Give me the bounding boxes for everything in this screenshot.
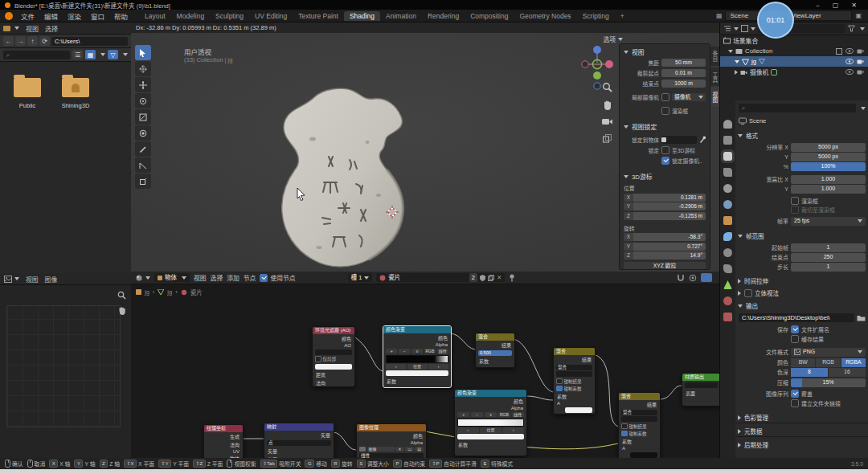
aspect-x-field[interactable]: 1.000 bbox=[791, 175, 866, 184]
overwrite-checkbox[interactable] bbox=[791, 390, 799, 398]
menu-help[interactable]: 帮助 bbox=[109, 11, 133, 21]
shading-mode-button[interactable] bbox=[701, 273, 712, 282]
shader-type-dropdown[interactable]: 物体 bbox=[154, 273, 190, 282]
shader-editor[interactable]: 物体 视图 选择 添加 节点 使用节点 槽 1 瓷片 2 ✕ jg › jg ›… bbox=[131, 272, 719, 458]
add-cube-tool-button[interactable] bbox=[135, 174, 151, 189]
hide-eye-icon[interactable] bbox=[845, 59, 854, 64]
physics-tab-icon[interactable] bbox=[723, 248, 732, 257]
node-colorramp-1[interactable]: 颜色渐变 颜色 Alpha +−∨RGB线性 ‹位置› 系数 bbox=[383, 325, 452, 388]
node-mix-1[interactable]: 混合 结果 0.500 系数 bbox=[475, 333, 515, 368]
disable-render-camera-icon[interactable] bbox=[857, 69, 864, 75]
compression-slider[interactable]: 15% bbox=[791, 378, 866, 387]
nav-refresh-button[interactable]: ⟳ bbox=[39, 36, 50, 46]
shader-editor-icon[interactable] bbox=[135, 274, 143, 282]
select-tool-button[interactable] bbox=[135, 45, 151, 60]
workspace-tab-texturepaint[interactable]: Texture Paint bbox=[293, 11, 344, 21]
file-browser-menu-select[interactable]: 选择 bbox=[45, 24, 58, 33]
minimize-button[interactable]: – bbox=[816, 2, 819, 9]
workspace-tab-compositing[interactable]: Compositing bbox=[465, 11, 514, 21]
clip-end-field[interactable]: 1000 m bbox=[661, 80, 706, 88]
shader-menu-node[interactable]: 节点 bbox=[244, 273, 256, 282]
material-tab-icon[interactable] bbox=[723, 296, 732, 305]
sidebar-tab-item[interactable]: 条目 bbox=[710, 47, 719, 66]
workspace-tab-scripting[interactable]: Scripting bbox=[577, 11, 615, 21]
resolution-x-field[interactable]: 5000 px bbox=[791, 143, 866, 152]
outliner-row-collection[interactable]: Collection bbox=[720, 46, 868, 56]
time-stretch-section-header[interactable]: 时间拉伸 bbox=[738, 276, 768, 285]
file-search-input[interactable]: ⌕ bbox=[3, 51, 70, 59]
display-mode-caret-icon[interactable] bbox=[100, 53, 105, 56]
pan-hand-icon[interactable] bbox=[117, 306, 126, 315]
file-extension-checkbox[interactable] bbox=[791, 325, 799, 333]
frame-end-field[interactable]: 250 bbox=[791, 253, 866, 262]
options-button[interactable]: 选项 bbox=[603, 35, 623, 43]
post-processing-section-header[interactable]: 后期处理 bbox=[738, 440, 768, 449]
frame-start-field[interactable]: 1 bbox=[791, 243, 866, 252]
rotate-tool-button[interactable] bbox=[135, 93, 151, 108]
breadcrumb-object[interactable]: jg bbox=[145, 288, 149, 296]
pan-hand-icon[interactable] bbox=[602, 100, 612, 110]
node-colorramp-2[interactable]: 颜色渐变 颜色 Alpha +−∨RGB线性 ‹位置› 系数 bbox=[454, 389, 527, 456]
annotate-tool-button[interactable] bbox=[135, 141, 151, 157]
overlay-toggle-icon[interactable] bbox=[689, 274, 697, 282]
fps-dropdown[interactable]: 25 fps bbox=[791, 217, 866, 226]
color-rgb-button[interactable]: RGB bbox=[816, 358, 840, 367]
render-region-checkbox[interactable] bbox=[791, 197, 799, 205]
node-ambient-occlusion[interactable]: 环境光遮蔽 (AO) 颜色 AO 仅局部 距离 法向 bbox=[312, 326, 355, 387]
menu-render[interactable]: 渲染 bbox=[63, 11, 86, 21]
rotation-order-dropdown[interactable]: XYZ 欧拉 bbox=[624, 262, 706, 270]
display-thumbnail-button[interactable]: ▦ bbox=[85, 50, 96, 59]
shader-menu-add[interactable]: 添加 bbox=[227, 273, 240, 282]
gizmo-x-axis[interactable] bbox=[605, 60, 613, 68]
metadata-section-header[interactable]: 元数据 bbox=[738, 427, 763, 435]
workspace-tab-animation[interactable]: Animation bbox=[380, 11, 422, 21]
shader-menu-view[interactable]: 视图 bbox=[194, 273, 207, 282]
folder-item-shining3d[interactable]: Shining3D bbox=[53, 78, 98, 109]
cursor-rot-y[interactable]: Y0.727° bbox=[624, 243, 706, 251]
view-section-header[interactable]: 视图 bbox=[624, 47, 706, 56]
breadcrumb-material[interactable]: 瓷片 bbox=[190, 288, 203, 296]
gizmo-y-neg[interactable] bbox=[593, 72, 601, 80]
workspace-tab-shading[interactable]: Shading bbox=[344, 11, 380, 21]
move-tool-button[interactable] bbox=[135, 77, 151, 92]
menu-edit[interactable]: 编辑 bbox=[39, 11, 63, 21]
hide-eye-icon[interactable] bbox=[845, 48, 854, 54]
zoom-icon[interactable] bbox=[117, 291, 126, 300]
workspace-tab-sculpting[interactable]: Sculpting bbox=[210, 11, 249, 21]
workspace-tab-add[interactable]: + bbox=[615, 11, 630, 21]
format-section-header[interactable]: 格式 bbox=[738, 131, 758, 140]
sidebar-tab-view[interactable]: 视图 bbox=[710, 88, 719, 107]
workspace-tab-layout[interactable]: Layout bbox=[139, 11, 171, 21]
outliner-editor-icon[interactable] bbox=[723, 25, 731, 32]
viewport-3d[interactable]: Dx: -32.86 m Dy: 0.05993 m Dz: 0.5351 m … bbox=[131, 22, 719, 272]
unlink-icon[interactable]: ✕ bbox=[497, 273, 502, 282]
node-texture-coordinate[interactable]: 纹理坐标 生成 法向 UV 物体 bbox=[203, 424, 244, 458]
folder-item-public[interactable]: Public bbox=[6, 78, 48, 109]
browse-folder-icon[interactable] bbox=[857, 314, 866, 321]
use-nodes-checkbox[interactable] bbox=[260, 274, 268, 282]
gradient-bar[interactable] bbox=[386, 355, 448, 363]
world-tab-icon[interactable] bbox=[723, 200, 732, 209]
path-field[interactable]: C:\Users\ bbox=[51, 37, 128, 46]
gizmo-z-neg[interactable] bbox=[594, 83, 600, 89]
workspace-tab-rendering[interactable]: Rendering bbox=[422, 11, 465, 21]
object-tab-icon[interactable] bbox=[723, 216, 732, 225]
close-button[interactable]: ✕ bbox=[851, 2, 857, 9]
image-editor-icon[interactable] bbox=[4, 276, 12, 283]
color-bw-button[interactable]: BW bbox=[791, 358, 815, 367]
frame-range-section-header[interactable]: 帧范围 bbox=[738, 231, 764, 240]
camera-view-icon[interactable] bbox=[601, 117, 613, 126]
file-format-dropdown[interactable]: PNG bbox=[791, 348, 866, 357]
exclude-checkbox-icon[interactable] bbox=[836, 48, 842, 55]
workspace-tab-geometrynodes[interactable]: Geometry Nodes bbox=[514, 11, 576, 21]
color-management-section-header[interactable]: 色彩管理 bbox=[738, 413, 768, 422]
nav-up-button[interactable]: ↑ bbox=[27, 36, 38, 46]
modifiers-tab-icon[interactable] bbox=[723, 232, 732, 241]
scale-tool-button[interactable] bbox=[135, 109, 151, 125]
node-mix-3[interactable]: 混合 结果 混合 钳制结果 钳制系数 系数 A bbox=[618, 392, 661, 458]
material-selector[interactable]: 瓷片 2 ✕ bbox=[376, 273, 505, 282]
resolution-pct-field[interactable]: 100% bbox=[791, 162, 866, 171]
texture-tab-icon[interactable] bbox=[723, 313, 732, 321]
cursor-loc-x[interactable]: X0.1281 m bbox=[624, 194, 706, 202]
output-path-field[interactable]: C:\Users\Shining3D\Desktop\bei\ bbox=[739, 313, 854, 322]
